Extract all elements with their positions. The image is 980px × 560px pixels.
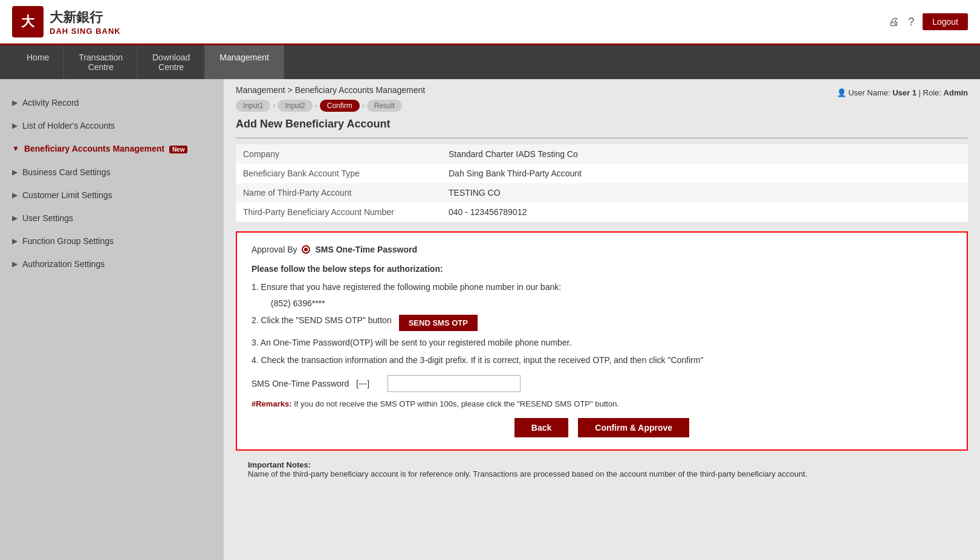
sidebar: ▶ Activity Record ▶ List of Holder's Acc…: [0, 79, 224, 560]
role-separator: |: [919, 88, 923, 97]
user-name-label: User Name:: [848, 88, 890, 97]
important-notes-text: Name of the third-party beneficiary acco…: [248, 469, 807, 478]
sms-prefix: [---]: [356, 379, 380, 388]
help-icon[interactable]: ?: [908, 16, 914, 28]
nav-download-centre[interactable]: DownloadCentre: [138, 45, 205, 79]
sidebar-label: Beneficiary Accounts Management New: [24, 143, 212, 154]
table-cell-label: Name of Third-Party Account: [236, 183, 441, 202]
arrow-icon: ▶: [12, 214, 18, 222]
table-cell-label: Third-Party Beneficiary Account Number: [236, 202, 441, 222]
table-row: Beneficiary Bank Account Type Dah Sing B…: [236, 164, 968, 183]
approval-label: Approval By: [251, 245, 297, 254]
arrow-icon: ▶: [12, 168, 18, 176]
table-row: Company Standard Charter IADS Testing Co: [236, 144, 968, 164]
nav-management[interactable]: Management: [205, 45, 284, 79]
step-confirm[interactable]: Confirm: [320, 100, 360, 112]
table-cell-value: Standard Charter IADS Testing Co: [441, 144, 968, 164]
role-value: Admin: [944, 88, 968, 97]
table-cell-label: Company: [236, 144, 441, 164]
back-button[interactable]: Back: [514, 418, 568, 437]
confirm-approve-button[interactable]: Confirm & Approve: [578, 418, 689, 437]
step-arrow: ›: [362, 101, 365, 110]
nav-bar: Home TransactionCentre DownloadCentre Ma…: [0, 45, 980, 79]
bank-name-en: DAH SING BANK: [50, 27, 121, 36]
sidebar-label: List of Holder's Accounts: [22, 120, 212, 131]
step-input1[interactable]: Input1: [236, 100, 270, 112]
sidebar-label: User Settings: [22, 213, 212, 224]
breadcrumb: Management > Beneficiary Accounts Manage…: [236, 85, 425, 95]
otp-step-4: 4. Check the transaction information and…: [251, 354, 952, 367]
important-notes: Important Notes: Name of the third-party…: [236, 460, 968, 484]
sidebar-label: Function Group Settings: [22, 236, 212, 246]
step-result[interactable]: Result: [367, 100, 402, 112]
user-name-value: User 1: [892, 88, 917, 97]
send-sms-otp-button[interactable]: SEND SMS OTP: [399, 315, 478, 331]
logout-button[interactable]: Logout: [923, 13, 968, 30]
bank-logo-icon: 大: [12, 6, 44, 37]
table-cell-value: Dah Sing Bank Third-Party Account: [441, 164, 968, 183]
arrow-icon: ▼: [12, 144, 19, 153]
arrow-icon: ▶: [12, 260, 18, 268]
sidebar-label: Authorization Settings: [22, 259, 212, 269]
page-body: Add New Beneficiary Account Company Stan…: [224, 118, 980, 497]
user-icon: 👤: [837, 88, 846, 97]
arrow-icon: ▶: [12, 237, 18, 245]
sidebar-item-customer-limit[interactable]: ▶ Customer Limit Settings: [0, 184, 224, 207]
remarks-text: #Remarks: If you do not receive the SMS …: [251, 399, 952, 408]
otp-step-3: 3. An One-Time Password(OTP) will be sen…: [251, 336, 952, 349]
top-header: 大 大新銀行 DAH SING BANK 🖨 ? Logout: [0, 0, 980, 45]
sidebar-label: Activity Record: [22, 97, 212, 108]
bank-name-cn: 大新銀行: [50, 8, 121, 27]
phone-number: (852) 6396****: [271, 298, 952, 308]
sidebar-item-beneficiary[interactable]: ▼ Beneficiary Accounts Management New: [0, 137, 224, 160]
info-table: Company Standard Charter IADS Testing Co…: [236, 144, 968, 222]
important-notes-title: Important Notes:: [248, 460, 311, 469]
page-title-divider: [236, 138, 968, 138]
step-input2[interactable]: Input2: [277, 100, 312, 112]
arrow-icon: ▶: [12, 191, 18, 199]
breadcrumb-bar: Management > Beneficiary Accounts Manage…: [224, 79, 980, 100]
sidebar-label: Business Card Settings: [22, 167, 212, 178]
remarks-label: #Remarks:: [251, 399, 292, 408]
sidebar-label: Customer Limit Settings: [22, 190, 212, 201]
action-buttons: Back Confirm & Approve: [251, 418, 952, 437]
table-cell-value: 040 - 123456789012: [441, 202, 968, 222]
otp-box: Approval By SMS One-Time Password Please…: [236, 231, 968, 451]
approval-row: Approval By SMS One-Time Password: [251, 245, 952, 254]
steps-bar: Input1 › Input2 › Confirm › Result: [224, 100, 980, 118]
print-icon[interactable]: 🖨: [889, 16, 900, 28]
sidebar-item-authorization[interactable]: ▶ Authorization Settings: [0, 253, 224, 275]
table-row: Third-Party Beneficiary Account Number 0…: [236, 202, 968, 222]
content-area: Management > Beneficiary Accounts Manage…: [224, 79, 980, 560]
nav-home[interactable]: Home: [12, 45, 64, 79]
table-cell-label: Beneficiary Bank Account Type: [236, 164, 441, 183]
otp-step-1: 1. Ensure that you have registered the f…: [251, 281, 952, 294]
sms-label: SMS One-Time Password: [251, 379, 349, 388]
otp-instruction: Please follow the below steps for author…: [251, 264, 952, 274]
sidebar-item-activity-record[interactable]: ▶ Activity Record: [0, 91, 224, 114]
table-cell-value: TESTING CO: [441, 183, 968, 202]
logo-text: 大新銀行 DAH SING BANK: [50, 8, 121, 36]
approval-method: SMS One-Time Password: [315, 245, 417, 254]
nav-transaction-centre[interactable]: TransactionCentre: [64, 45, 138, 79]
step-arrow: ›: [315, 101, 317, 110]
sidebar-item-business-card[interactable]: ▶ Business Card Settings: [0, 161, 224, 184]
step2-row: 2. Click the "SEND SMS OTP" button SEND …: [251, 314, 952, 332]
page-title: Add New Beneficiary Account: [236, 118, 968, 130]
otp-step-2: 2. Click the "SEND SMS OTP" button: [251, 314, 392, 327]
logo-area: 大 大新銀行 DAH SING BANK: [12, 6, 121, 37]
role-label: Role:: [923, 88, 941, 97]
user-info: 👤 User Name: User 1 | Role: Admin: [837, 88, 968, 97]
radio-otp[interactable]: [302, 245, 310, 254]
sidebar-item-holder-accounts[interactable]: ▶ List of Holder's Accounts: [0, 114, 224, 137]
sidebar-item-function-group[interactable]: ▶ Function Group Settings: [0, 230, 224, 253]
arrow-icon: ▶: [12, 98, 18, 107]
arrow-icon: ▶: [12, 121, 18, 130]
main-layout: ▶ Activity Record ▶ List of Holder's Acc…: [0, 79, 980, 560]
sms-otp-input[interactable]: [388, 375, 521, 392]
new-badge: New: [169, 146, 188, 153]
step-arrow: ›: [273, 101, 275, 110]
header-right: 🖨 ? Logout: [889, 13, 968, 30]
table-row: Name of Third-Party Account TESTING CO: [236, 183, 968, 202]
sidebar-item-user-settings[interactable]: ▶ User Settings: [0, 207, 224, 230]
